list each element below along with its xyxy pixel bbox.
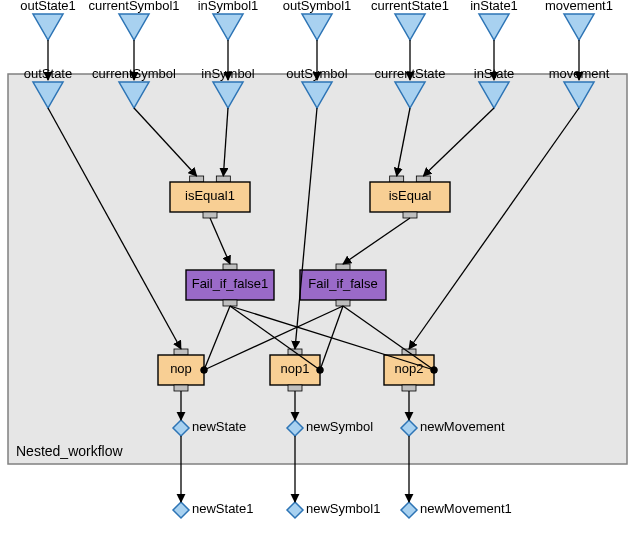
svg-rect-19 [416,176,430,182]
process-label: isEqual1 [185,188,235,203]
svg-marker-6 [564,14,594,40]
top-port-outState1[interactable]: outState1 [20,0,76,40]
top-port-movement1[interactable]: movement1 [545,0,613,40]
process-nop1[interactable]: nop1 [270,349,320,391]
control-link-dot [201,367,208,374]
svg-marker-2 [213,14,243,40]
process-label: nop [170,361,192,376]
port-label: newState1 [192,501,253,516]
svg-marker-5 [479,14,509,40]
svg-marker-42 [401,502,417,518]
bottom-port-newState1[interactable]: newState1 [173,501,253,518]
port-label: newMovement [420,419,505,434]
control-link-dot [317,367,324,374]
svg-rect-36 [402,385,416,391]
process-label: Fail_if_false [308,276,377,291]
top-port-inSymbol1[interactable]: inSymbol1 [198,0,259,40]
port-label: outSymbol1 [283,0,352,13]
svg-rect-15 [216,176,230,182]
svg-marker-4 [395,14,425,40]
svg-rect-21 [403,212,417,218]
svg-rect-28 [174,349,188,355]
top-port-outSymbol1[interactable]: outSymbol1 [283,0,352,40]
port-label: outState1 [20,0,76,13]
process-label: nop2 [395,361,424,376]
process-Fail_if_false1[interactable]: Fail_if_false1 [186,264,274,306]
port-label: movement1 [545,0,613,13]
port-label: inSymbol1 [198,0,259,13]
svg-marker-41 [287,502,303,518]
inner-output-newState[interactable]: newState [173,419,246,436]
process-nop2[interactable]: nop2 [384,349,434,391]
svg-marker-40 [173,502,189,518]
process-label: isEqual [389,188,432,203]
svg-marker-0 [33,14,63,40]
svg-marker-1 [119,14,149,40]
nested-workflow-box [8,74,627,464]
process-label: nop1 [281,361,310,376]
control-link-dot [431,367,438,374]
port-label: newState [192,419,246,434]
process-nop[interactable]: nop [158,349,204,391]
top-port-currentSymbol1[interactable]: currentSymbol1 [88,0,179,40]
process-isEqual[interactable]: isEqual [370,176,450,218]
svg-rect-24 [223,300,237,306]
svg-rect-27 [336,300,350,306]
process-label: Fail_if_false1 [192,276,269,291]
port-label: currentState1 [371,0,449,13]
svg-rect-25 [336,264,350,270]
port-label: newMovement1 [420,501,512,516]
svg-rect-14 [190,176,204,182]
port-label: newSymbol [306,419,373,434]
process-Fail_if_false[interactable]: Fail_if_false [300,264,386,306]
svg-rect-18 [390,176,404,182]
process-isEqual1[interactable]: isEqual1 [170,176,250,218]
svg-rect-17 [203,212,217,218]
port-label: newSymbol1 [306,501,380,516]
svg-marker-3 [302,14,332,40]
port-label: currentSymbol1 [88,0,179,13]
top-port-currentState1[interactable]: currentState1 [371,0,449,40]
bottom-port-newMovement1[interactable]: newMovement1 [401,501,512,518]
bottom-port-newSymbol1[interactable]: newSymbol1 [287,501,380,518]
svg-rect-22 [223,264,237,270]
top-port-inState1[interactable]: inState1 [470,0,518,40]
workflow-label: Nested_workflow [16,443,123,459]
port-label: inState1 [470,0,518,13]
svg-rect-33 [288,385,302,391]
svg-rect-30 [174,385,188,391]
